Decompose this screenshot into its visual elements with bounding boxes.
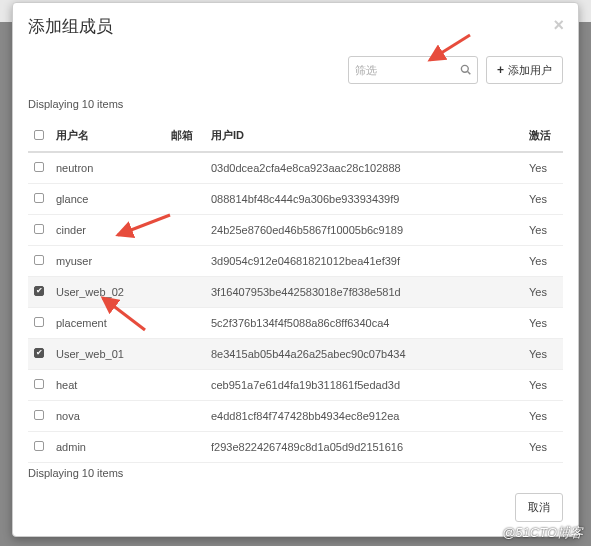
table-row[interactable]: novae4dd81cf84f747428bb4934ec8e912eaYes <box>28 401 563 432</box>
row-checkbox[interactable] <box>34 162 44 172</box>
item-count-bottom: Displaying 10 items <box>13 463 578 483</box>
svg-line-1 <box>468 71 471 74</box>
modal-header: 添加组成员 × <box>13 3 578 50</box>
cell-username: glance <box>50 184 165 215</box>
cell-email <box>165 401 205 432</box>
cell-user-id: 8e3415ab05b44a26a25abec90c07b434 <box>205 339 523 370</box>
cell-username: nova <box>50 401 165 432</box>
cell-active: Yes <box>523 246 563 277</box>
cell-username: placement <box>50 308 165 339</box>
cell-username: User_web_01 <box>50 339 165 370</box>
table-row[interactable]: neutron03d0dcea2cfa4e8ca923aac28c102888Y… <box>28 152 563 184</box>
add-user-button[interactable]: + 添加用户 <box>486 56 563 84</box>
plus-icon: + <box>497 63 504 77</box>
row-checkbox[interactable] <box>34 286 44 296</box>
cell-email <box>165 308 205 339</box>
cell-user-id: e4dd81cf84f747428bb4934ec8e912ea <box>205 401 523 432</box>
row-checkbox[interactable] <box>34 317 44 327</box>
table-row[interactable]: adminf293e8224267489c8d1a05d9d2151616Yes <box>28 432 563 463</box>
watermark: @51CTO博客 <box>502 524 583 542</box>
cell-active: Yes <box>523 432 563 463</box>
table-row[interactable]: myuser3d9054c912e04681821012bea41ef39fYe… <box>28 246 563 277</box>
cancel-button[interactable]: 取消 <box>515 493 563 522</box>
cell-email <box>165 184 205 215</box>
cell-active: Yes <box>523 370 563 401</box>
cell-user-id: f293e8224267489c8d1a05d9d2151616 <box>205 432 523 463</box>
row-checkbox[interactable] <box>34 410 44 420</box>
cell-email <box>165 277 205 308</box>
cell-active: Yes <box>523 339 563 370</box>
table-row[interactable]: heatceb951a7e61d4fa19b311861f5edad3dYes <box>28 370 563 401</box>
cell-email <box>165 370 205 401</box>
cell-email <box>165 246 205 277</box>
cell-email <box>165 152 205 184</box>
cell-active: Yes <box>523 401 563 432</box>
cell-active: Yes <box>523 184 563 215</box>
cell-user-id: 3d9054c912e04681821012bea41ef39f <box>205 246 523 277</box>
cell-user-id: ceb951a7e61d4fa19b311861f5edad3d <box>205 370 523 401</box>
row-checkbox[interactable] <box>34 441 44 451</box>
row-checkbox[interactable] <box>34 348 44 358</box>
cell-active: Yes <box>523 215 563 246</box>
close-icon[interactable]: × <box>553 15 564 36</box>
cell-user-id: 24b25e8760ed46b5867f10005b6c9189 <box>205 215 523 246</box>
header-user-id[interactable]: 用户ID <box>205 120 523 152</box>
cell-email <box>165 339 205 370</box>
row-checkbox[interactable] <box>34 193 44 203</box>
table-row[interactable]: User_web_023f16407953be442583018e7f838e5… <box>28 277 563 308</box>
item-count-top: Displaying 10 items <box>13 94 578 114</box>
header-email[interactable]: 邮箱 <box>165 120 205 152</box>
cell-username: myuser <box>50 246 165 277</box>
table-row[interactable]: glance088814bf48c444c9a306be93393439f9Ye… <box>28 184 563 215</box>
cell-active: Yes <box>523 152 563 184</box>
search-box[interactable] <box>348 56 478 84</box>
cell-email <box>165 215 205 246</box>
table-row[interactable]: User_web_018e3415ab05b44a26a25abec90c07b… <box>28 339 563 370</box>
row-checkbox[interactable] <box>34 379 44 389</box>
toolbar: + 添加用户 <box>13 50 578 94</box>
users-table: 用户名 邮箱 用户ID 激活 neutron03d0dcea2cfa4e8ca9… <box>28 120 563 463</box>
row-checkbox[interactable] <box>34 224 44 234</box>
table-row[interactable]: cinder24b25e8760ed46b5867f10005b6c9189Ye… <box>28 215 563 246</box>
cell-user-id: 5c2f376b134f4f5088a86c8ff6340ca4 <box>205 308 523 339</box>
header-checkbox[interactable] <box>28 120 50 152</box>
add-members-modal: 添加组成员 × + 添加用户 Displaying 10 items 用户名 邮… <box>12 2 579 537</box>
svg-point-0 <box>461 65 468 72</box>
header-username[interactable]: 用户名 <box>50 120 165 152</box>
header-active[interactable]: 激活 <box>523 120 563 152</box>
cell-active: Yes <box>523 308 563 339</box>
cell-username: admin <box>50 432 165 463</box>
modal-title: 添加组成员 <box>28 15 563 38</box>
cell-username: User_web_02 <box>50 277 165 308</box>
row-checkbox[interactable] <box>34 255 44 265</box>
search-input[interactable] <box>355 64 460 76</box>
cell-active: Yes <box>523 277 563 308</box>
cell-email <box>165 432 205 463</box>
cell-user-id: 03d0dcea2cfa4e8ca923aac28c102888 <box>205 152 523 184</box>
cell-username: heat <box>50 370 165 401</box>
cell-user-id: 088814bf48c444c9a306be93393439f9 <box>205 184 523 215</box>
table-row[interactable]: placement5c2f376b134f4f5088a86c8ff6340ca… <box>28 308 563 339</box>
table-header-row: 用户名 邮箱 用户ID 激活 <box>28 120 563 152</box>
add-user-label: 添加用户 <box>508 63 552 78</box>
modal-footer: 取消 <box>13 483 578 524</box>
search-icon[interactable] <box>460 64 471 77</box>
cell-username: cinder <box>50 215 165 246</box>
cell-user-id: 3f16407953be442583018e7f838e581d <box>205 277 523 308</box>
cell-username: neutron <box>50 152 165 184</box>
